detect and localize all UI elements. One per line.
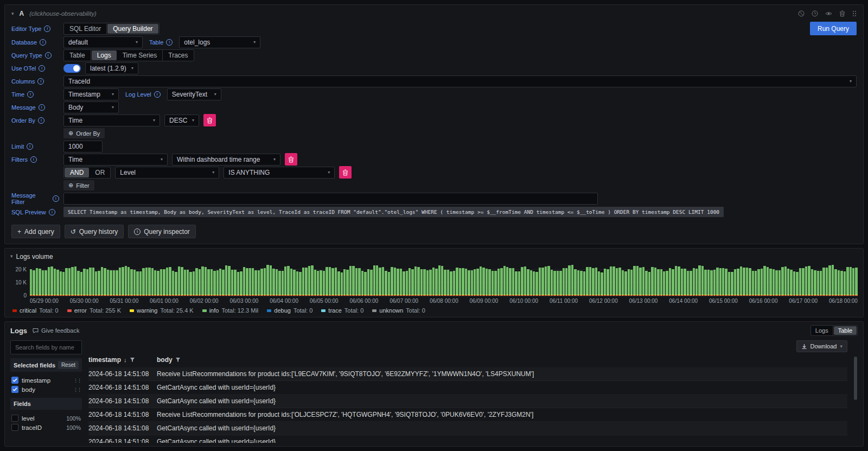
info-icon[interactable]: i	[45, 52, 52, 59]
otel-version-select[interactable]: latest (1.2.9)▾	[85, 62, 138, 74]
database-select[interactable]: default▾	[63, 36, 143, 48]
volume-bar	[400, 269, 402, 296]
info-icon[interactable]: i	[40, 39, 46, 46]
hide-response-eye-button[interactable]	[825, 10, 832, 17]
sort-desc-icon[interactable]: ↓	[124, 357, 127, 363]
volume-bar	[234, 270, 236, 296]
add-filter-button[interactable]: ⊕Filter	[63, 180, 94, 190]
run-query-button[interactable]: Run Query	[810, 22, 857, 35]
query-type-traces-option[interactable]: Traces	[163, 50, 193, 61]
collapse-query-icon[interactable]: ▾	[11, 11, 14, 16]
logs-table-area: Download ▾ timestamp ↓ body 2024-06	[88, 340, 847, 443]
legend-item-debug[interactable]: debugTotal: 0	[267, 307, 312, 314]
and-option[interactable]: AND	[65, 168, 89, 177]
volume-bar	[341, 272, 343, 296]
logs-volume-header[interactable]: ▾ Logs volume	[10, 252, 858, 261]
legend-item-trace[interactable]: traceTotal: 0	[321, 307, 363, 314]
give-feedback-link[interactable]: Give feedback	[33, 327, 79, 334]
x-axis: 05/29 00:0005/30 00:0005/31 00:0006/01 0…	[30, 298, 858, 304]
field-checkbox[interactable]	[11, 386, 18, 393]
view-logs-option[interactable]: Logs	[811, 326, 833, 335]
drag-handle-icon[interactable]: ⋮⋮	[73, 378, 81, 383]
info-icon[interactable]: i	[27, 91, 34, 98]
legend-item-critical[interactable]: criticalTotal: 0	[12, 307, 59, 314]
info-icon[interactable]: i	[27, 143, 33, 150]
search-fields-input[interactable]	[10, 340, 82, 354]
body-column-header[interactable]: body	[157, 356, 181, 364]
log-row[interactable]: 2024-06-18 14:51:08GetCartAsync called w…	[88, 435, 847, 443]
info-icon[interactable]: i	[166, 39, 173, 46]
remove-level-filter-button[interactable]	[339, 166, 352, 179]
info-icon[interactable]: i	[39, 104, 45, 111]
time-column-select[interactable]: Timestamp▾	[63, 88, 119, 100]
level-filter-select[interactable]: Level▾	[115, 167, 219, 179]
query-type-time-series-option[interactable]: Time Series	[117, 50, 163, 61]
message-column-select[interactable]: Body▾	[63, 101, 119, 113]
collapse-panel-icon[interactable]: ▾	[10, 254, 13, 259]
legend-item-info[interactable]: infoTotal: 12.3 Mil	[202, 307, 259, 314]
volume-bar	[468, 270, 470, 296]
logs-table-body: 2024-06-18 14:51:08Receive ListRecommend…	[88, 367, 847, 443]
legend-total: Total: 0	[344, 307, 363, 314]
remove-filter-button[interactable]	[285, 153, 297, 166]
info-icon[interactable]: i	[37, 78, 44, 85]
view-table-option[interactable]: Table	[834, 326, 857, 335]
remove-order-by-button[interactable]	[203, 114, 216, 126]
field-level[interactable]: level100%	[10, 414, 82, 423]
query-history-button[interactable]: ↺Query history	[65, 225, 124, 238]
columns-multiselect[interactable]: TraceId▾	[63, 75, 857, 87]
drag-handle-icon[interactable]: ⋮⋮	[73, 387, 81, 392]
legend-item-unknown[interactable]: unknownTotal: 0	[372, 307, 425, 314]
legend-item-warning[interactable]: warningTotal: 25.4 K	[130, 307, 194, 314]
query-builder-option[interactable]: Query Builder	[107, 24, 158, 34]
filter-operator-select[interactable]: IS ANYTHING▾	[224, 167, 335, 179]
logs-volume-title: Logs volume	[16, 253, 53, 261]
add-query-button[interactable]: +Add query	[11, 225, 60, 238]
scrollbar[interactable]	[854, 340, 858, 443]
log-row[interactable]: 2024-06-18 14:51:08GetCartAsync called w…	[88, 381, 847, 395]
info-icon[interactable]: i	[30, 156, 37, 163]
field-traceID[interactable]: traceID100%	[10, 423, 82, 432]
or-option[interactable]: OR	[90, 167, 110, 178]
disable-query-button[interactable]	[798, 10, 805, 17]
order-by-field-select[interactable]: Time▾	[63, 115, 160, 126]
delete-query-button[interactable]	[839, 10, 845, 17]
info-icon[interactable]: i	[44, 26, 50, 32]
log-level-select[interactable]: SeverityText▾	[167, 88, 221, 100]
log-row[interactable]: 2024-06-18 14:51:08GetCartAsync called w…	[88, 422, 847, 435]
scrollbar-thumb[interactable]	[854, 357, 857, 400]
filter-field-select[interactable]: Time▾	[63, 154, 168, 166]
query-inspector-button[interactable]: iQuery inspector	[128, 225, 196, 238]
volume-bar	[690, 271, 692, 296]
table-select[interactable]: otel_logs▾	[179, 36, 260, 48]
log-row[interactable]: 2024-06-18 14:51:08Receive ListRecommend…	[88, 408, 847, 422]
field-checkbox[interactable]	[11, 424, 18, 431]
info-icon[interactable]: i	[38, 117, 44, 124]
download-button[interactable]: Download ▾	[796, 340, 847, 352]
field-checkbox[interactable]	[11, 415, 18, 422]
log-row[interactable]: 2024-06-18 14:51:08GetCartAsync called w…	[88, 395, 847, 408]
timestamp-column-header[interactable]: timestamp ↓	[88, 356, 157, 364]
legend-item-error[interactable]: errorTotal: 255 K	[67, 307, 121, 314]
message-filter-input[interactable]	[63, 193, 598, 205]
info-icon[interactable]: i	[39, 65, 45, 72]
add-order-by-button[interactable]: ⊕Order By	[63, 128, 105, 138]
limit-input[interactable]	[63, 141, 103, 153]
log-row[interactable]: 2024-06-18 14:51:08Receive ListRecommend…	[88, 367, 847, 381]
use-otel-toggle[interactable]	[63, 64, 81, 73]
filter-condition-select[interactable]: Within dashboard time range▾	[172, 154, 280, 166]
info-icon[interactable]: i	[49, 209, 55, 215]
query-history-icon-button[interactable]	[812, 10, 818, 17]
info-icon[interactable]: i	[53, 195, 59, 202]
field-timestamp[interactable]: timestamp⋮⋮	[10, 376, 82, 385]
drag-query-handle[interactable]	[852, 10, 857, 17]
reset-button[interactable]: Reset	[58, 361, 79, 369]
query-type-table-option[interactable]: Table	[64, 50, 91, 61]
sql-editor-option[interactable]: SQL Editor	[64, 23, 107, 34]
query-type-logs-option[interactable]: Logs	[92, 50, 117, 60]
order-direction-select[interactable]: DESC▾	[164, 115, 199, 126]
field-body[interactable]: body⋮⋮	[10, 385, 82, 394]
volume-bar	[757, 269, 760, 296]
info-icon[interactable]: i	[154, 91, 161, 98]
field-checkbox[interactable]	[11, 377, 18, 384]
